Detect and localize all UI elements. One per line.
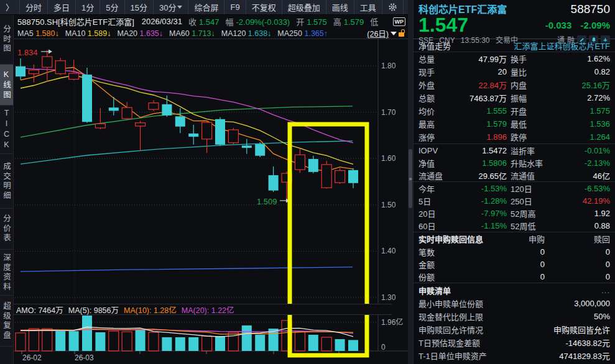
- fund-code: 588750: [571, 2, 610, 16]
- y-axis-label: 1.80: [381, 61, 396, 70]
- toolbar-item-m30[interactable]: 30分: [154, 0, 188, 14]
- stat-value: 1.575: [560, 106, 610, 116]
- unlock-icon[interactable]: [399, 29, 405, 37]
- toolbar-item-gongju[interactable]: 工具: [354, 0, 382, 14]
- stat-value: -0.01%: [560, 146, 610, 155]
- volume-axis-zero-label: 0: [381, 343, 386, 352]
- creation-list-section: 申赎清单 ... 最小申赎单位份额3,000,000现金替代比例上限50%申购赎…: [414, 283, 615, 362]
- toolbar-item-f9[interactable]: F9: [224, 0, 246, 14]
- change-abs: -0.033: [545, 20, 572, 30]
- kline-chart-canvas[interactable]: 1.801.701.601.501.401.301.96亿026-0226-03…: [14, 39, 408, 364]
- chart-column: 588750.SH[科创芯片ETF汇添富] 2026/03/31 收1.547幅…: [14, 15, 408, 364]
- stat-label: 溢折率: [507, 145, 560, 157]
- ma-legend-bar: MA5 1.580↓MA10 1.589↓MA20 1.635↓MA60 1.7…: [14, 28, 408, 39]
- period-label[interactable]: (26日): [367, 27, 389, 39]
- stat-value: 0.82: [560, 67, 610, 76]
- toolbar-item-m15[interactable]: 15分: [125, 0, 154, 14]
- stat-label: 外盘: [418, 79, 457, 91]
- period-selector[interactable]: (26日): [367, 27, 408, 39]
- field-value: 1.579: [344, 17, 364, 27]
- stat-value: 1.5472: [457, 146, 507, 155]
- candle-body-down: [16, 66, 25, 76]
- candle-body-up: [321, 165, 331, 188]
- field-label: 收: [188, 17, 197, 27]
- performance-grid: 今年-1.53%120日-6.53%5日-1.28%250日42.19%20日-…: [414, 181, 615, 232]
- candle-body-up: [69, 73, 79, 80]
- gear-icon: [388, 2, 397, 12]
- stat-label: 升贴水率: [507, 157, 560, 169]
- x-axis-label: 26-02: [22, 353, 42, 362]
- stat-value: -1.53%: [457, 184, 507, 193]
- chevron-down-icon: [391, 32, 397, 35]
- candle-body-up: [335, 171, 345, 183]
- wp-window-badge[interactable]: WP: [393, 17, 406, 26]
- candle-body-down: [308, 159, 318, 172]
- candle-body-down: [255, 144, 265, 156]
- sidebar-tab-trade-detail[interactable]: 成交明细: [0, 154, 13, 209]
- splitter-handle[interactable]: »: [409, 149, 412, 208]
- stat-row: 20日-7.97%52周高1.92: [414, 207, 615, 219]
- stat-label: 52周低: [507, 220, 560, 232]
- dropdown-caret-icon: [177, 6, 182, 9]
- stat-row: 5日-1.28%250日42.19%: [414, 194, 615, 207]
- toolbar-item-m5[interactable]: 5分: [100, 0, 124, 14]
- sub-label: 笔数: [418, 246, 495, 258]
- stat-label: 最高: [418, 118, 457, 130]
- price-annotation: 1.834: [17, 48, 38, 57]
- sidebar-tab-super-replay[interactable]: 超级复盘: [0, 296, 13, 347]
- candle-body-up: [95, 124, 105, 128]
- toolbar-item-fenshi[interactable]: 分时: [20, 0, 48, 14]
- volume-bar-up: [202, 336, 212, 351]
- sidebar-tab-price-table[interactable]: 分价表: [0, 209, 13, 250]
- stat-label: 120日: [507, 183, 560, 194]
- sidebar-tab-tick[interactable]: TICK: [0, 106, 13, 154]
- quote-stats-grid: 总量47.99万换手1.62%现手20量比0.82外盘22.84万内盘25.16…: [414, 52, 615, 143]
- nav-trend-row[interactable]: 净值走势 汇添富上证科创板芯片ETF: [414, 39, 615, 52]
- stat-value: 1.579: [457, 119, 507, 129]
- stat-label: 52周高: [507, 207, 560, 219]
- candle-body-up: [149, 103, 159, 109]
- redeem-value: 0: [545, 260, 610, 269]
- list-value: 3,000,000: [574, 299, 610, 308]
- toolbar-item-chaojidiejia[interactable]: 超级叠加: [282, 0, 326, 14]
- volume-axis-top-label: 1.96亿: [381, 317, 403, 327]
- list-label: T日预估现金差额: [418, 337, 480, 348]
- subscription-title: 实时申购赎回信息: [418, 233, 495, 245]
- stat-value: 1.62%: [560, 54, 610, 63]
- top-toolbar: 〉分时多日1分5分15分30分 综合屏F9不复权超级叠加画线工具?〉: [0, 0, 408, 15]
- creation-list-row: 最小申赎单位份额3,000,000: [414, 297, 615, 310]
- creation-list-row: 现金替代比例上限50%: [414, 310, 615, 323]
- sidebar-tab-minute-chart[interactable]: 分时图: [0, 15, 13, 65]
- field-value: 1.547: [199, 17, 220, 27]
- stat-label: 现手: [418, 66, 457, 78]
- field-label: 幅: [225, 17, 233, 27]
- toolbar-item-settings[interactable]: [382, 0, 404, 14]
- ma-legend-ma250: MA250 1.365↑: [277, 29, 328, 38]
- sidebar-tab-depth-info[interactable]: 深度资料: [0, 250, 13, 296]
- stat-value: 0.88: [560, 221, 610, 230]
- stat-label: 开盘: [507, 105, 560, 117]
- toolbar-item-huaxian[interactable]: 画线: [326, 0, 354, 14]
- toolbar-item-bufuquan[interactable]: 不复权: [246, 0, 282, 14]
- candle-body-down: [348, 170, 358, 183]
- kline-chart-region: 1.801.701.601.501.401.301.96亿026-0226-03…: [14, 39, 408, 364]
- stat-label: IOPV: [418, 146, 457, 155]
- stat-label: 涨停: [418, 131, 457, 143]
- ma-legend-ma10: MA10 1.589↓: [65, 29, 111, 38]
- amo-indicator-value: MA(10): 1.28亿: [124, 304, 177, 316]
- stat-value: 7463.87万: [457, 92, 507, 104]
- stat-label: 跌停: [507, 131, 560, 143]
- stat-label: 20日: [418, 207, 457, 219]
- toolbar-item-zongheping[interactable]: 综合屏: [188, 0, 224, 14]
- stat-row: 涨停1.896跌停1.264: [414, 130, 615, 143]
- toolbar-item-duori[interactable]: 多日: [48, 0, 76, 14]
- ma-legend-ma120: MA120 1.638↓: [221, 29, 272, 38]
- creation-list-title: 申赎清单: [418, 284, 451, 296]
- stat-label: 净值: [418, 157, 457, 169]
- toolbar-item-back[interactable]: 〉: [0, 0, 20, 14]
- stat-label: 最低: [507, 118, 560, 130]
- price-change: -0.033 -2.09%: [545, 20, 610, 30]
- sidebar-tab-kline-chart[interactable]: K线图: [0, 65, 13, 106]
- toolbar-item-m1[interactable]: 1分: [76, 0, 100, 14]
- more-ellipsis[interactable]: ...: [601, 286, 610, 295]
